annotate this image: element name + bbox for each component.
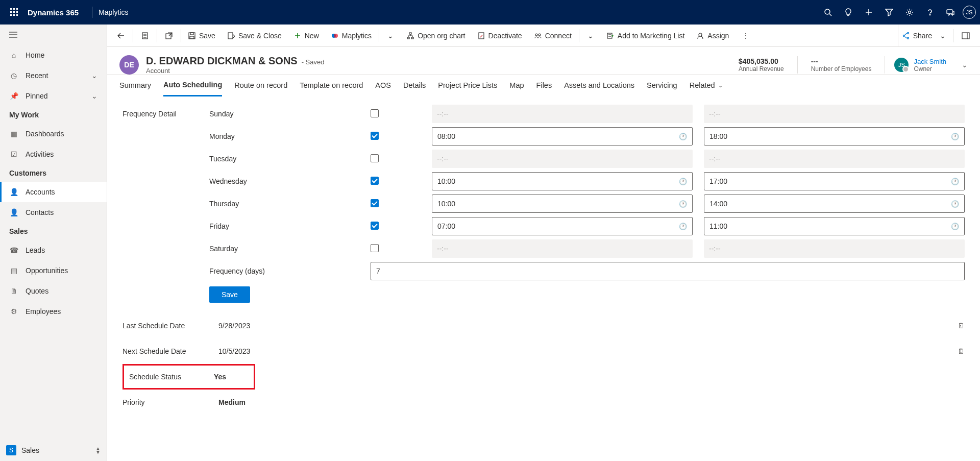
owner-name[interactable]: Jack Smith [914,58,946,65]
tab-assets-locations[interactable]: Assets and Locations [564,74,634,96]
app-launcher-icon[interactable] [4,2,24,22]
frequency-input[interactable]: 7 [371,262,965,280]
sidebar-item-accounts[interactable]: 👤Accounts [0,182,107,202]
gear-icon[interactable] [899,2,920,22]
svg-rect-36 [479,33,484,39]
sidebar-item-home[interactable]: ⌂Home [0,45,107,65]
tab-aos[interactable]: AOS [375,74,391,96]
end-time-input[interactable]: 14:00🕐 [704,195,965,213]
connect-chevron[interactable]: ⌄ [580,25,601,47]
divider [92,7,92,18]
sidebar-item-quotes[interactable]: 🗎Quotes [0,281,107,301]
save-button[interactable]: Save [209,286,250,303]
day-row: Tuesday --:-- --:-- [122,150,965,168]
day-checkbox[interactable] [371,177,379,185]
tab-details[interactable]: Details [403,74,426,96]
open-org-chart-button[interactable]: Open org chart [401,25,471,47]
tab-auto-scheduling[interactable]: Auto Scheduling [163,74,222,96]
filter-icon[interactable] [879,2,899,22]
top-navbar: Dynamics 365 Maplytics JS [0,0,980,25]
share-button[interactable]: Share⌄ [898,25,952,47]
tab-summary[interactable]: Summary [119,74,151,96]
end-time-input[interactable]: 18:00🕐 [704,127,965,145]
help-icon[interactable] [920,2,940,22]
tab-project-price-lists[interactable]: Project Price Lists [438,74,497,96]
side-pane-button[interactable] [954,25,977,47]
tab-servicing[interactable]: Servicing [647,74,677,96]
tab-files[interactable]: Files [536,74,552,96]
last-schedule-date-row[interactable]: Last Schedule Date 9/28/2023 🗓 [122,313,965,338]
start-time-input[interactable]: 07:00🕐 [432,217,693,235]
chat-icon[interactable] [940,2,961,22]
sidebar-item-label: Activities [26,150,54,158]
new-button[interactable]: New [288,25,325,47]
employees-field[interactable]: --- Number of Employees [807,57,876,72]
area-switcher[interactable]: S Sales ▲▼ [0,440,107,461]
add-icon[interactable] [859,2,879,22]
sidebar-item-employees[interactable]: ⚙Employees [0,301,107,322]
tab-route-on-record[interactable]: Route on record [234,74,287,96]
record-set-button[interactable] [134,25,156,47]
day-checkbox[interactable] [371,199,379,207]
sidebar-item-label: Pinned [26,92,48,100]
day-checkbox[interactable] [371,222,379,230]
record-badge: DE [119,55,139,75]
search-icon[interactable] [818,2,838,22]
sidebar-item-activities[interactable]: ☑Activities [0,144,107,164]
start-time-input: --:-- [432,239,693,258]
back-button[interactable] [110,25,132,47]
tab-template-on-record[interactable]: Template on record [300,74,363,96]
sidebar-item-pinned[interactable]: 📌Pinned⌄ [0,86,107,106]
save-close-button[interactable]: Save & Close [222,25,288,47]
deactivate-button[interactable]: Deactivate [472,25,528,47]
add-marketing-button[interactable]: Add to Marketing List [601,25,691,47]
sidebar-item-contacts[interactable]: 👤Contacts [0,202,107,223]
svg-rect-26 [190,33,193,35]
svg-rect-4 [13,11,15,13]
lightbulb-icon[interactable] [838,2,859,22]
day-checkbox[interactable] [371,244,379,252]
maplytics-chevron[interactable]: ⌄ [380,25,401,47]
brand-label[interactable]: Dynamics 365 [28,8,79,17]
calendar-icon[interactable]: 🗓 [958,322,965,330]
owner-field[interactable]: JS Jack Smith Owner ⌄ [894,58,968,72]
maplytics-button[interactable]: Maplytics [325,25,378,47]
sidebar-item-opportunities[interactable]: ▤Opportunities [0,260,107,281]
sidebar-item-leads[interactable]: ☎Leads [0,240,107,260]
assign-button[interactable]: Assign [691,25,735,47]
chevron-down-icon[interactable]: ⌄ [962,61,968,69]
end-time-input[interactable]: 11:00🕐 [704,217,965,235]
revenue-field[interactable]: $405,035.00 Annual Revenue [734,57,788,72]
app-name-label[interactable]: Maplytics [99,8,128,16]
owner-role: Owner [914,65,946,72]
sidebar-item-label: Dashboards [26,130,64,138]
day-checkbox[interactable] [371,154,379,162]
tab-map[interactable]: Map [509,74,524,96]
activities-icon: ☑ [9,150,18,158]
hamburger-icon[interactable] [0,25,107,45]
calendar-icon[interactable]: 🗓 [958,347,965,355]
end-time-input[interactable]: 17:00🕐 [704,172,965,190]
sidebar-group-customers: Customers [0,164,107,182]
next-schedule-date-row[interactable]: Next Schedule Date 10/5/2023 🗓 [122,338,965,364]
start-time-input[interactable]: 08:00🕐 [432,127,693,145]
tab-related[interactable]: Related⌄ [690,74,723,96]
svg-rect-33 [409,33,411,34]
schedule-status-row[interactable]: Schedule Status Yes [122,364,255,390]
user-avatar[interactable]: JS [963,6,976,19]
overflow-button[interactable]: ⋮ [735,25,756,47]
start-time-input[interactable]: 10:00🕐 [432,195,693,213]
day-row: Wednesday 10:00🕐 17:00🕐 [122,172,965,190]
open-new-window-button[interactable] [158,25,180,47]
day-checkbox[interactable] [371,132,379,140]
sidebar-item-dashboards[interactable]: ▦Dashboards [0,124,107,144]
day-checkbox[interactable] [371,109,379,117]
save-button[interactable]: Save [182,25,222,47]
priority-row[interactable]: Priority Medium [122,390,965,415]
chevron-down-icon: ⌄ [91,71,97,80]
svg-point-32 [334,34,338,38]
start-time-input[interactable]: 10:00🕐 [432,172,693,190]
home-icon: ⌂ [9,51,18,59]
connect-button[interactable]: Connect [528,25,578,47]
sidebar-item-recent[interactable]: ◷Recent⌄ [0,65,107,86]
